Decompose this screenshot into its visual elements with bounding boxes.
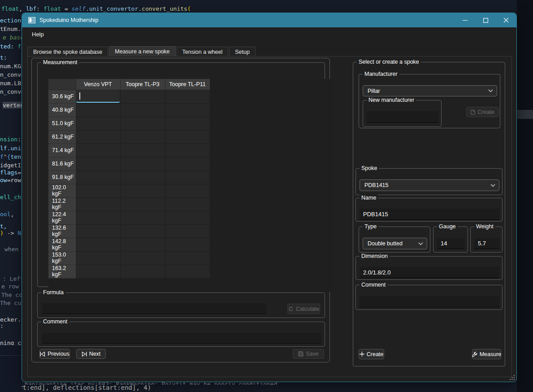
measurement-cell[interactable]	[76, 211, 120, 224]
row-header: 81.6 kgF	[48, 157, 76, 170]
measurement-cell[interactable]	[76, 197, 120, 211]
formula-group: Formula Calculate	[37, 292, 325, 318]
gauge-input[interactable]: 14	[437, 238, 465, 249]
measurement-cell[interactable]	[165, 211, 210, 224]
name-group: Name PDB1415	[355, 198, 503, 222]
code-fragment: ool,	[0, 211, 14, 218]
measurement-cell[interactable]	[120, 184, 165, 197]
weight-group-label: Weight	[474, 223, 495, 230]
create-spoke-button[interactable]: Create	[359, 349, 384, 359]
spoke-combo[interactable]: PDB1415	[360, 179, 499, 191]
code-fragment: The co	[1, 292, 22, 299]
next-button[interactable]: Next	[76, 349, 106, 359]
measurement-cell[interactable]	[76, 144, 120, 157]
measurement-cell[interactable]	[120, 211, 165, 224]
row-header: 51.0 kgF	[48, 117, 76, 130]
table-row: 132.6 kgF	[48, 224, 210, 238]
code-fragment: s[start:end], deflections[start:end], 4)	[0, 384, 151, 392]
column-header[interactable]: Toopre TL-P3	[120, 79, 165, 90]
measurement-cell[interactable]	[165, 197, 210, 211]
measurement-cell[interactable]	[120, 224, 165, 238]
weight-input[interactable]: 5.7	[474, 238, 499, 249]
new-manufacturer-input[interactable]	[367, 111, 438, 123]
code-fragment: idgetIt	[0, 162, 25, 169]
measurement-cell[interactable]	[76, 117, 120, 130]
calculate-button[interactable]: Calculate	[287, 304, 320, 314]
step-forward-icon	[82, 352, 87, 357]
measurement-cell[interactable]	[76, 157, 120, 170]
measurement-cell[interactable]	[76, 184, 120, 197]
measurement-cell[interactable]	[165, 144, 210, 157]
row-header: 163.2 kgF	[48, 265, 76, 278]
tab-browse-spoke-database[interactable]: Browse the spoke database	[27, 47, 108, 57]
code-fragment: ecker.c	[0, 316, 25, 323]
row-header: 91.8 kgF	[48, 170, 76, 184]
previous-button[interactable]: Previous	[39, 349, 70, 359]
measurement-cell[interactable]	[120, 251, 165, 265]
resize-grip[interactable]	[510, 375, 515, 380]
measurement-cell[interactable]	[165, 103, 210, 117]
comment-left-input[interactable]	[42, 333, 321, 344]
active-cell-editor[interactable]	[76, 90, 120, 103]
measurement-cell[interactable]	[76, 130, 120, 144]
measurement-cell[interactable]	[165, 170, 210, 184]
measurement-cell[interactable]	[120, 103, 165, 117]
close-button[interactable]	[496, 13, 516, 27]
measurement-cell[interactable]	[165, 238, 210, 251]
measurement-cell[interactable]	[120, 238, 165, 251]
measurement-cell[interactable]	[165, 251, 210, 265]
menu-help[interactable]: Help	[27, 29, 48, 40]
spoke-group-label: Spoke	[360, 165, 379, 172]
measurement-cell[interactable]	[165, 184, 210, 197]
scrollbar-thumb[interactable]	[517, 110, 533, 119]
save-button[interactable]: Save	[293, 349, 324, 359]
type-combo[interactable]: Double butted	[363, 238, 427, 249]
minimize-button[interactable]	[455, 13, 475, 27]
code-fragment: ) -> No	[0, 230, 25, 237]
measurement-cell[interactable]	[76, 224, 120, 238]
measurement-cell[interactable]	[120, 265, 165, 278]
measurement-cell[interactable]	[120, 130, 165, 144]
table-row: 91.8 kgF	[48, 170, 210, 184]
measurement-cell[interactable]	[165, 265, 210, 278]
measurement-cell[interactable]	[120, 144, 165, 157]
chevron-down-icon	[488, 89, 493, 92]
table-row: 40.8 kgF	[48, 103, 210, 117]
measurement-cell[interactable]	[120, 170, 165, 184]
column-header[interactable]: Venzo VPT	[76, 79, 120, 90]
formula-input[interactable]	[42, 303, 266, 314]
comment-right-input[interactable]	[360, 296, 499, 307]
measurement-cell[interactable]	[120, 117, 165, 130]
measurement-cell[interactable]	[120, 90, 165, 103]
row-header: 61.2 kgF	[48, 130, 76, 144]
measurement-cell[interactable]	[76, 238, 120, 251]
dimension-input[interactable]: 2.0/1.8/2.0	[360, 267, 499, 278]
measurement-cell[interactable]	[120, 197, 165, 211]
create-manufacturer-button[interactable]: Create	[466, 107, 499, 117]
measurement-cell[interactable]	[76, 265, 120, 278]
comment-right-group-label: Comment	[360, 282, 387, 288]
measure-button[interactable]: Measure	[472, 349, 501, 359]
table-row: 142.8 kgF	[48, 238, 210, 251]
tab-measure-new-spoke[interactable]: Measure a new spoke	[109, 46, 175, 57]
maximize-button[interactable]	[475, 13, 496, 27]
measurement-cell[interactable]	[165, 130, 210, 144]
measurement-cell[interactable]	[76, 170, 120, 184]
column-header[interactable]: Toopre TL-P11	[165, 79, 210, 90]
measurement-cell[interactable]	[165, 224, 210, 238]
measurement-cell[interactable]	[76, 251, 120, 265]
tab-tension-a-wheel[interactable]: Tension a wheel	[177, 47, 229, 57]
measurement-cell[interactable]	[165, 157, 210, 170]
table-row: 153.0 kgF	[48, 251, 210, 265]
manufacturer-group-label: Manufacturer	[363, 71, 399, 78]
measurement-cell[interactable]	[120, 157, 165, 170]
measurement-cell[interactable]	[165, 90, 210, 103]
tab-setup[interactable]: Setup	[229, 47, 256, 57]
screen: float, lbf: float = self.unit_convertor.…	[0, 0, 533, 392]
titlebar[interactable]: Spokeduino Mothership	[22, 13, 516, 27]
manufacturer-combo[interactable]: Pillar	[363, 85, 497, 96]
name-input[interactable]: PDB1415	[360, 209, 499, 220]
measurement-cell[interactable]	[76, 103, 120, 117]
code-fragment: ell_ch	[0, 194, 21, 201]
measurement-cell[interactable]	[165, 117, 210, 130]
